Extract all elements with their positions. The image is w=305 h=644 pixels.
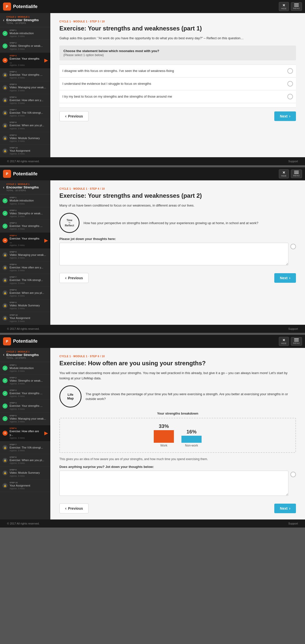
sidebar-item-step4[interactable]: 🔒 STEP 4 Exercise: Your strengths ... Ap… xyxy=(0,69,50,81)
logo-icon-3: P xyxy=(3,337,11,345)
back-arrow-icon-3: ‹ xyxy=(3,352,4,357)
footer-support-link[interactable]: Support xyxy=(288,160,298,163)
nav-row-1: ‹ Previous Next › xyxy=(59,108,296,122)
sidebar-item-p2-step6[interactable]: 🔒 STEP 6 Exercise: How often are y... Ap… xyxy=(0,261,50,274)
arrow-right-icon: › xyxy=(289,114,290,118)
step-icon-c: ✓ xyxy=(3,224,8,229)
sidebar-back-button[interactable]: ‹ CYCLE 1 · MODULE 1 Encounter Strengths… xyxy=(0,13,50,27)
sidebar-item-step8[interactable]: 🔒 STEP 8 Exercise: When are you pl... Ap… xyxy=(0,119,50,132)
module-title-3: Encounter Strengths xyxy=(6,353,39,357)
sidebar-item-step6[interactable]: 🔒 STEP 6 Exercise: How often are y... Ap… xyxy=(0,94,50,107)
cycle-label-2: CYCLE 1 · MODULE 1 xyxy=(6,183,39,185)
arrow-left-icon: ‹ xyxy=(65,114,66,118)
options-list: I disagree with this focus on strengths.… xyxy=(59,64,296,108)
sidebar-item-p3-step3[interactable]: ✓ STEP 3 Exercise: Your strengths ... Ap… xyxy=(0,387,50,400)
bar-rect-work xyxy=(154,430,174,443)
lifemap-icon: Life Map xyxy=(59,385,82,408)
menu-icon-3 xyxy=(294,338,299,341)
radio-option-3[interactable] xyxy=(287,94,293,99)
next-button[interactable]: Next › xyxy=(274,111,296,121)
hide-label: HIDE xyxy=(281,7,287,10)
sidebar-item-p3-step6-active[interactable]: 👁 STEP 6 Exercise: How often are y... Ap… xyxy=(0,425,50,441)
active-arrow-icon: ▶ xyxy=(44,58,48,63)
hide-button-3[interactable]: ✕ HIDE xyxy=(279,337,289,346)
sidebar-item-p3-step4[interactable]: ✓ STEP 4 Exercise: Your strengths ... Ap… xyxy=(0,400,50,412)
lifemap-question: The graph below shows the percentage of … xyxy=(86,392,296,401)
nav-row-2: ‹ Previous Next › xyxy=(59,269,296,284)
sidebar-item-p2-step8[interactable]: 🔒 STEP 8 Exercise: When are you pl... Ap… xyxy=(0,287,50,299)
textarea-area xyxy=(59,243,296,265)
radio-option-2[interactable] xyxy=(287,81,293,87)
previous-button[interactable]: ‹ Previous xyxy=(59,111,89,121)
option-row-1[interactable]: I disagree with this focus on strengths.… xyxy=(59,64,296,77)
sidebar-back-button-3[interactable]: ‹ CYCLE 1 · MODULE 1 Encounter Strengths… xyxy=(0,348,50,362)
exercise-title-3: Exercise: How often are you using your s… xyxy=(59,359,296,367)
sidebar-item-p3-step7[interactable]: 🔒 STEP 7 Exercise: The VIA strengt... Ap… xyxy=(0,441,50,454)
logo-icon: P xyxy=(3,3,11,11)
sidebar-item-p2-step9[interactable]: 🔒 STEP 9 Video: Module Summary Approx. 3… xyxy=(0,299,50,312)
footer-2: © 2017 All rights reserved. Support xyxy=(0,325,305,333)
sidebar-item-step3-active[interactable]: 👁 STEP 3 Exercise: Your strengths ... Ap… xyxy=(0,53,50,69)
sidebar-steps-2: ✓ STEP 1 Module introduction Approx. 3 m… xyxy=(0,194,50,325)
active-arrow-icon-2: ▶ xyxy=(44,238,48,243)
module-title: Encounter Strengths xyxy=(6,18,39,22)
footer-support-link-3[interactable]: Support xyxy=(288,522,298,525)
sidebar-item-step1[interactable]: ✓ STEP 1 Module introduction Approx. 3 m… xyxy=(0,27,50,40)
arrow-right-icon-3: › xyxy=(289,506,290,511)
menu-button-3[interactable]: MENU xyxy=(291,337,302,346)
previous-button-2[interactable]: ‹ Previous xyxy=(59,273,89,283)
sidebar-item-p3-step8[interactable]: 🔒 STEP 8 Exercise: When are you pl... Ap… xyxy=(0,454,50,467)
previous-button-3[interactable]: ‹ Previous xyxy=(59,503,89,513)
sidebar-back-button-2[interactable]: ‹ CYCLE 1 · MODULE 1 Encounter Strengths… xyxy=(0,180,50,194)
thoughts-textarea[interactable] xyxy=(59,243,288,265)
sidebar-item-p2-step10[interactable]: 🔒 STEP 10 Your Assignment Approx. 3 mins xyxy=(0,312,50,325)
next-button-2[interactable]: Next › xyxy=(274,273,296,283)
sidebar-item-step10[interactable]: 🔒 STEP 10 Your Assignment Approx. 3 mins xyxy=(0,145,50,157)
sidebar-item-p3-step2[interactable]: ✓ STEP 2 Video: Strengths or weak... App… xyxy=(0,375,50,387)
option-row-3[interactable]: I try my best to focus on my strengths a… xyxy=(59,90,296,103)
sidebar-item-step2[interactable]: ✓ STEP 2 Video: Strengths or weak... App… xyxy=(0,40,50,52)
sidebar-item-step5[interactable]: 🔒 STEP 5 Video: Managing your weak... Ap… xyxy=(0,81,50,94)
step-icon-locked: 🔒 xyxy=(3,85,8,90)
textarea-check-circle[interactable] xyxy=(290,244,296,249)
sidebar-item-step9[interactable]: 🔒 STEP 9 Video: Module Summary Approx. 3… xyxy=(0,132,50,145)
sidebar-steps: ✓ STEP 1 Module introduction Approx. 3 m… xyxy=(0,27,50,157)
textarea-area-3 xyxy=(59,471,296,496)
sidebar-item-p2-step3[interactable]: ✓ STEP 3 Exercise: Your strengths ... Ap… xyxy=(0,220,50,232)
sidebar-item-step7[interactable]: 🔒 STEP 7 Exercise: The VIA strengt... Ap… xyxy=(0,107,50,119)
question-text: Choose the statement below which resonat… xyxy=(63,49,292,53)
sidebar-item-p2-step2[interactable]: ✓ STEP 2 Video: Strengths or weak... App… xyxy=(0,207,50,220)
step-icon-c: ✓ xyxy=(3,198,8,203)
sidebar-item-p3-step9[interactable]: 🔒 STEP 9 Video: Module Summary Approx. 3… xyxy=(0,467,50,479)
sidebar-item-p3-step1[interactable]: ✓ STEP 1 Module introduction Approx. 3 m… xyxy=(0,362,50,375)
module-title-2: Encounter Strengths xyxy=(6,185,39,189)
header-1: P Potentialife ✕ HIDE MENU xyxy=(0,0,305,13)
textarea-label: Please jot down your thoughts here: xyxy=(59,237,296,241)
exercise-description-3: You will now start discovering more abou… xyxy=(59,371,296,381)
chart-wrapper: 33% Work 16% Non-work xyxy=(59,418,296,453)
sidebar-item-p2-step1[interactable]: ✓ STEP 1 Module introduction Approx. 3 m… xyxy=(0,194,50,207)
module-info: CYCLE 1 · MODULE 1 Encounter Strengths T… xyxy=(6,16,39,24)
sidebar-item-p2-step5[interactable]: 🔒 STEP 5 Video: Managing your weak... Ap… xyxy=(0,249,50,261)
sidebar-item-p3-step10[interactable]: 🔒 STEP 10 Your Assignment Approx. 3 mins xyxy=(0,479,50,492)
hide-button-2[interactable]: ✕ HIDE xyxy=(279,169,289,178)
module-info-2: CYCLE 1 · MODULE 1 Encounter Strengths T… xyxy=(6,183,39,192)
hide-button[interactable]: ✕ HIDE xyxy=(279,2,289,11)
panel-3: P Potentialife ✕ HIDE MENU ‹ CYCLE 1 · M… xyxy=(0,335,305,528)
sidebar-item-p2-step7[interactable]: 🔒 STEP 7 Exercise: The VIA strengt... Ap… xyxy=(0,274,50,287)
menu-button-2[interactable]: MENU xyxy=(291,170,302,178)
option-row-2[interactable]: I understand the evidence but I struggle… xyxy=(59,77,296,90)
textarea-check-circle-3[interactable] xyxy=(290,472,296,477)
menu-button[interactable]: MENU xyxy=(291,2,302,11)
module-info-3: CYCLE 1 · MODULE 1 Encounter Strengths T… xyxy=(6,350,39,359)
next-button-3[interactable]: Next › xyxy=(274,504,296,513)
close-icon-3: ✕ xyxy=(282,338,285,342)
reflect-question: How has your perspective on strengths be… xyxy=(84,221,258,226)
footer-support-link-2[interactable]: Support xyxy=(288,327,298,330)
option-blank xyxy=(59,103,296,108)
surprise-textarea[interactable] xyxy=(59,471,288,496)
radio-option-1[interactable] xyxy=(287,68,293,74)
step-text: STEP 9 Video: Module Summary Approx. 3 m… xyxy=(10,134,48,142)
sidebar-item-p3-step5[interactable]: ✓ STEP 5 Video: Managing your weak... Ap… xyxy=(0,413,50,425)
sidebar-item-p2-step4-active[interactable]: 👁 STEP 4 Exercise: Your strengths ... Ap… xyxy=(0,232,50,249)
